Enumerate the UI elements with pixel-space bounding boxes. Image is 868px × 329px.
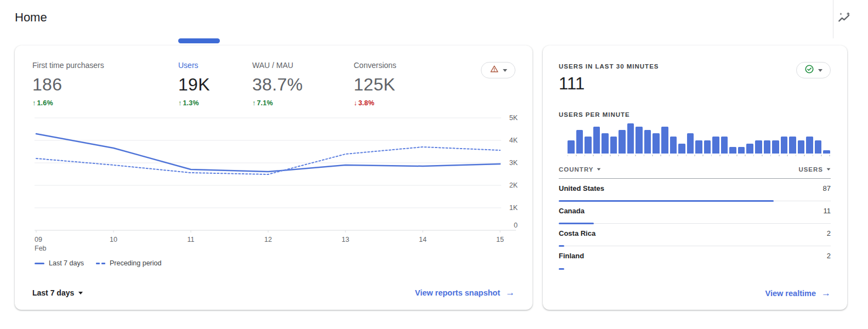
metric-delta: ↑1.6% <box>32 99 104 107</box>
chart-legend: Last 7 days Preceding period <box>35 259 161 267</box>
x-tick-label: Feb <box>35 245 47 252</box>
y-tick-label: 1K <box>509 204 518 212</box>
arrow-up-icon: ↑ <box>252 99 256 107</box>
users-column-header[interactable]: USERS <box>798 166 831 173</box>
minute-bar <box>746 144 753 154</box>
y-tick-label: 5K <box>509 115 518 122</box>
column-label: COUNTRY <box>559 166 593 173</box>
sort-caret-icon <box>827 168 831 173</box>
arrow-up-icon: ↑ <box>32 99 36 107</box>
y-tick-label: 2K <box>509 181 518 189</box>
metric-value: 186 <box>32 75 104 95</box>
date-range-label: Last 7 days <box>32 288 74 297</box>
metric-label: Conversions <box>354 61 396 70</box>
table-row: United States87 <box>559 179 831 201</box>
minute-bar <box>764 140 771 154</box>
metric-delta: ↑1.3% <box>178 99 210 107</box>
country-users-value: 11 <box>824 207 831 215</box>
minute-bar <box>772 140 779 154</box>
selected-tab-indicator <box>178 38 220 43</box>
link-label: View realtime <box>765 289 816 298</box>
data-quality-badge[interactable] <box>481 62 515 78</box>
minute-bar <box>695 140 702 154</box>
view-reports-snapshot-link[interactable]: View reports snapshot → <box>415 287 515 298</box>
column-label: USERS <box>798 166 823 173</box>
realtime-title: USERS IN LAST 30 MINUTES <box>559 63 659 70</box>
legend-label: Preceding period <box>110 259 162 267</box>
metric-tab-users[interactable]: Users19K↑1.3% <box>178 61 210 107</box>
realtime-status-badge[interactable] <box>796 62 831 78</box>
country-name: Costa Rica <box>559 229 595 237</box>
header-divider <box>833 0 833 38</box>
arrow-right-icon: → <box>821 288 831 299</box>
minute-bar <box>704 140 711 154</box>
minute-bar <box>627 123 634 154</box>
solid-line-swatch <box>35 263 44 264</box>
dashed-line-swatch <box>96 263 105 264</box>
metric-label: First time purchasers <box>32 61 104 70</box>
x-tick-label: 14 <box>419 236 427 243</box>
insights-icon <box>837 12 852 27</box>
users-per-minute-label: USERS PER MINUTE <box>559 111 630 118</box>
minute-bar <box>593 127 600 154</box>
warning-triangle-icon <box>490 65 499 76</box>
series-line-solid <box>36 134 500 172</box>
y-tick-label: 4K <box>509 137 518 144</box>
sort-caret-icon <box>597 168 601 173</box>
chevron-down-icon <box>818 69 822 74</box>
date-range-selector[interactable]: Last 7 days <box>32 288 83 297</box>
minute-bar <box>610 137 617 154</box>
arrow-right-icon: → <box>506 287 515 298</box>
x-tick-label: 09 <box>35 236 42 243</box>
country-name: Finland <box>559 252 584 260</box>
x-tick-label: 13 <box>342 236 349 243</box>
minute-bar <box>712 137 719 154</box>
minute-bar <box>644 130 651 154</box>
minute-bar <box>636 127 643 154</box>
page-title: Home <box>15 10 47 25</box>
users-per-minute-chart <box>568 123 830 154</box>
users-trend-chart: 01K2K3K4K5K09Feb101112131415 <box>35 115 519 253</box>
insights-button[interactable] <box>836 11 853 27</box>
minute-bar <box>602 133 609 154</box>
link-label: View reports snapshot <box>415 288 500 297</box>
x-tick-label: 15 <box>496 236 504 243</box>
realtime-card: USERS IN LAST 30 MINUTES 111 USERS PER M… <box>543 46 847 310</box>
x-tick-label: 12 <box>264 236 272 243</box>
overview-card: First time purchasers186↑1.6%Users19K↑1.… <box>15 46 532 310</box>
minute-bar <box>653 133 660 154</box>
country-users-bar <box>559 268 564 270</box>
minute-bar <box>576 130 583 154</box>
country-column-header[interactable]: COUNTRY <box>559 166 601 173</box>
x-tick-label: 11 <box>188 236 195 243</box>
arrow-up-icon: ↑ <box>178 99 181 107</box>
minute-bar <box>721 137 728 154</box>
minute-bar <box>789 137 796 154</box>
minute-bar <box>670 137 677 154</box>
country-table-body: United States87Canada11Costa Rica2Finlan… <box>559 179 831 269</box>
minute-bar <box>815 140 822 154</box>
minute-bar <box>568 140 575 154</box>
country-users-value: 2 <box>827 252 831 260</box>
minute-bar <box>661 127 668 154</box>
metric-delta: ↑7.1% <box>252 99 303 107</box>
table-row: Canada11 <box>559 201 831 224</box>
metric-tab-wau-mau[interactable]: WAU / MAU38.7%↑7.1% <box>252 61 303 107</box>
legend-label: Last 7 days <box>49 259 84 267</box>
metric-tab-first-time-purchasers[interactable]: First time purchasers186↑1.6% <box>32 61 104 107</box>
country-users-value: 2 <box>827 229 831 237</box>
minute-bar <box>806 137 813 154</box>
view-realtime-link[interactable]: View realtime → <box>765 288 831 299</box>
country-name: United States <box>559 184 604 192</box>
metric-label: Users <box>178 61 210 70</box>
minute-bar <box>678 144 685 154</box>
arrow-down-icon: ↓ <box>354 99 357 107</box>
chevron-down-icon <box>503 69 507 74</box>
metric-value: 125K <box>354 75 396 95</box>
metric-tab-conversions[interactable]: Conversions125K↓3.8% <box>354 61 396 107</box>
check-circle-icon <box>804 64 814 76</box>
minute-bar <box>687 133 694 154</box>
x-tick-label: 10 <box>110 236 117 243</box>
minute-axis-ticks <box>568 155 830 156</box>
metric-value: 38.7% <box>252 75 303 95</box>
